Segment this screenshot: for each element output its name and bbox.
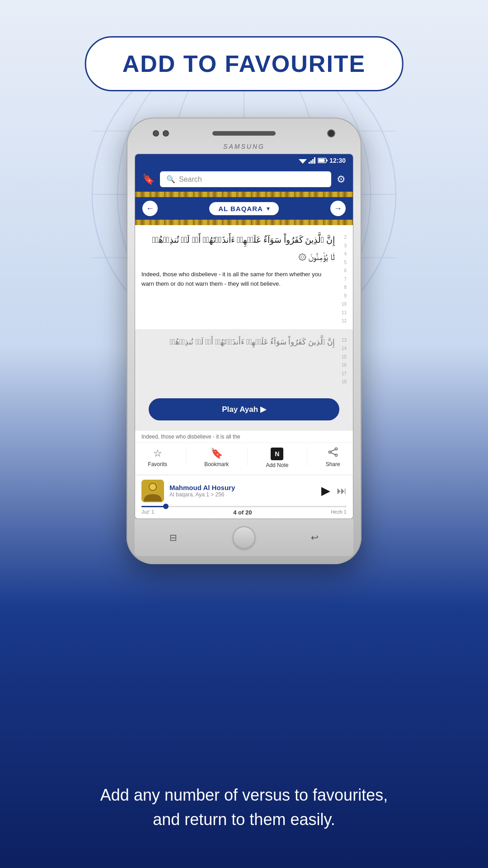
gray-verse-section: إِنَّ ٱلَّذِينَ كَفَرُواْ سَوَآءٌ عَلَيۡ… (135, 329, 353, 388)
svg-rect-12 (314, 157, 315, 164)
star-icon: ☆ (153, 448, 162, 459)
divider-3 (307, 448, 307, 466)
arabic-verse-repeat: إِنَّ ٱلَّذِينَ كَفَرُواْ سَوَآءٌ عَلَيۡ… (141, 335, 335, 350)
prev-surah-button[interactable]: ← (142, 201, 158, 216)
brand-label: SAMSUNG (135, 143, 353, 150)
hezb-label: Hezb 1 (331, 509, 347, 516)
favourites-button[interactable]: ☆ Favorits (148, 448, 167, 468)
svg-rect-9 (309, 162, 310, 164)
player-subtitle: Al baqara, Aya 1 > 256 (169, 491, 316, 498)
bookmark-icon[interactable]: 🔖 (142, 174, 155, 185)
search-input[interactable]: Search (179, 175, 202, 184)
surah-nav-bar: ← AL BAQARA ▾ → (135, 197, 353, 220)
svg-point-23 (150, 484, 156, 490)
svg-line-19 (331, 449, 335, 452)
player-name: Mahmoud Al Hosury (169, 484, 316, 491)
player-progress[interactable]: Juz' 1 4 of 20 Hezb 1 (141, 506, 347, 516)
phone-top-bar (135, 126, 353, 143)
player-controls: ▶ ⏭ (321, 484, 347, 498)
phone-mockup: SAMSUNG (127, 118, 361, 564)
divider-1 (186, 448, 186, 466)
translation-partial: Indeed, those who disbelieve - it is all… (135, 430, 353, 443)
action-bar: ☆ Favorits 🔖 Bookmark N Add Note (135, 443, 353, 475)
bottom-text-line2: and return to them easily. (36, 807, 452, 832)
player-meta: Juz' 1 4 of 20 Hezb 1 (141, 509, 347, 516)
camera-right (327, 129, 335, 137)
app-toolbar: 🔖 🔍 Search ⚙ (135, 167, 353, 192)
surah-selector[interactable]: AL BAQARA ▾ (209, 202, 279, 215)
progress-bar-fill (141, 506, 166, 507)
svg-rect-15 (326, 160, 328, 161)
next-surah-button[interactable]: → (330, 201, 346, 216)
time-display: 12:30 (329, 157, 346, 164)
phone-bottom-nav: ⊟ ↩ (135, 519, 353, 556)
play-ayah-button[interactable]: Play Ayah ▶ (149, 398, 339, 420)
share-label: Share (326, 461, 340, 467)
bottom-description: Add any number of versus to favourites, … (0, 783, 488, 832)
verse-numbers: 2 3 4 5 6 7 8 9 10 11 12 (338, 231, 347, 326)
progress-bar-background (141, 506, 347, 507)
settings-icon[interactable]: ⚙ (337, 174, 346, 185)
bookmark-action-button[interactable]: 🔖 Bookmark (204, 448, 229, 468)
bookmark-label: Bookmark (204, 461, 229, 467)
status-bar: 12:30 (135, 154, 353, 167)
camera-dot-1 (153, 130, 159, 137)
phone-outer-shell: SAMSUNG (127, 118, 361, 564)
ornament-bottom (135, 220, 353, 225)
page-title: ADD TO FAVOURITE (122, 51, 366, 77)
note-icon: N (271, 448, 283, 460)
page-count: 4 of 20 (233, 509, 252, 516)
divider-2 (247, 448, 248, 466)
surah-header: ← AL BAQARA ▾ → (135, 192, 353, 225)
svg-point-18 (328, 451, 331, 453)
main-camera (327, 129, 335, 137)
verse-container: إِنَّ ٱلَّذِينَ كَفَرُواْ سَوَآءٌ عَلَيۡ… (135, 225, 353, 329)
share-button[interactable]: Share (326, 448, 340, 468)
play-pause-button[interactable]: ▶ (321, 484, 330, 498)
signal-icon (309, 157, 316, 164)
svg-rect-11 (312, 159, 314, 164)
surah-name: AL BAQARA (218, 205, 263, 212)
battery-icon (318, 158, 328, 163)
gray-verse-text: إِنَّ ٱلَّذِينَ كَفَرُواْ سَوَآءٌ عَلَيۡ… (141, 335, 335, 387)
phone-screen: 12:30 🔖 🔍 Search ⚙ ← AL BAQARA (135, 154, 353, 519)
audio-player: Mahmoud Al Hosury Al baqara, Aya 1 > 256… (135, 475, 353, 519)
player-info: Mahmoud Al Hosury Al baqara, Aya 1 > 256 (169, 484, 316, 498)
add-note-button[interactable]: N Add Note (266, 448, 288, 468)
wifi-icon (299, 157, 307, 164)
front-cameras (153, 130, 169, 137)
play-section: Play Ayah ▶ (135, 388, 353, 430)
back-button[interactable]: ⊟ (169, 532, 177, 543)
progress-dot (163, 504, 169, 509)
fast-forward-button[interactable]: ⏭ (337, 485, 347, 497)
camera-dot-2 (163, 130, 169, 137)
share-icon (328, 448, 338, 459)
svg-rect-14 (319, 159, 325, 162)
speaker-grille (212, 131, 276, 136)
juz-label: Juz' 1 (141, 509, 154, 516)
home-button[interactable] (233, 526, 255, 549)
menu-button[interactable]: ↩ (311, 532, 319, 543)
svg-line-20 (331, 453, 335, 455)
ornament-top (135, 192, 353, 197)
verse-numbers-2: 13 14 15 16 17 18 (338, 335, 347, 387)
bookmark-action-icon: 🔖 (211, 448, 223, 459)
search-icon: 🔍 (166, 175, 175, 184)
player-top: Mahmoud Al Hosury Al baqara, Aya 1 > 256… (141, 480, 347, 502)
add-note-label: Add Note (266, 462, 288, 468)
verse-translation: Indeed, those who disbelieve - it is all… (141, 269, 335, 289)
player-avatar (141, 480, 164, 502)
svg-point-17 (335, 454, 337, 456)
status-icons: 12:30 (299, 157, 346, 164)
arabic-verse-main: إِنَّ ٱلَّذِينَ كَفَرُواْ سَوَآءٌ عَلَيۡ… (141, 231, 335, 266)
search-bar[interactable]: 🔍 Search (160, 171, 331, 187)
bottom-text-line1: Add any number of versus to favourites, (36, 783, 452, 807)
verse-text-area: إِنَّ ٱلَّذِينَ كَفَرُواْ سَوَآءٌ عَلَيۡ… (141, 231, 335, 326)
favourites-label: Favorits (148, 461, 167, 467)
title-badge: ADD TO FAVOURITE (85, 36, 404, 91)
svg-point-16 (335, 448, 337, 450)
svg-rect-10 (310, 160, 312, 164)
dropdown-indicator: ▾ (267, 205, 270, 212)
